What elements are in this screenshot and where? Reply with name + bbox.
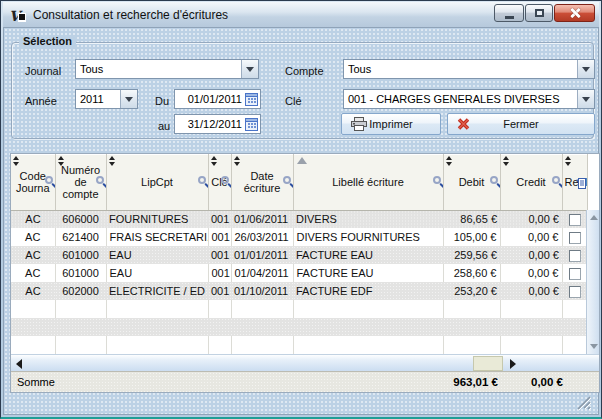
cell-libelle[interactable]: FACTURE EAU bbox=[293, 264, 443, 282]
cell-code[interactable]: AC bbox=[11, 210, 55, 228]
cell-compte[interactable]: 601000 bbox=[55, 264, 106, 282]
cell-libelle[interactable]: FACTURE EAU bbox=[293, 246, 443, 264]
journal-select[interactable]: Tous bbox=[75, 59, 259, 79]
cell-cle[interactable]: 001 bbox=[208, 228, 231, 246]
cell-cle[interactable]: 001 bbox=[208, 282, 231, 300]
column-header-code-journal[interactable]: Code Journa bbox=[11, 154, 55, 210]
cell-lipcpt[interactable]: EAU bbox=[106, 264, 208, 282]
column-header-libelle-ecriture[interactable]: Libellé écriture bbox=[293, 154, 443, 210]
scrollbar-thumb[interactable] bbox=[473, 356, 503, 371]
cell-cle[interactable]: 001 bbox=[208, 246, 231, 264]
search-icon[interactable] bbox=[552, 176, 560, 184]
close-button[interactable] bbox=[554, 4, 595, 22]
search-icon[interactable] bbox=[45, 176, 53, 184]
calendar-icon[interactable] bbox=[245, 92, 258, 106]
resize-grip[interactable] bbox=[575, 395, 592, 410]
cell-cle[interactable]: 001 bbox=[208, 210, 231, 228]
cell-libelle[interactable]: DIVERS bbox=[293, 210, 443, 228]
vertical-scrollbar[interactable] bbox=[586, 210, 599, 354]
calendar-icon[interactable] bbox=[245, 117, 258, 131]
table-row[interactable]: AC 621400 FRAIS SECRETARI. 001 26/03/201… bbox=[11, 228, 587, 246]
cell-credit[interactable]: 0,00 € bbox=[500, 282, 562, 300]
annee-select[interactable]: 2011 bbox=[75, 89, 138, 109]
cell-date[interactable]: 01/01/2011 bbox=[231, 246, 293, 264]
column-header-date-ecriture[interactable]: Date écriture bbox=[231, 154, 293, 210]
chevron-down-icon[interactable] bbox=[120, 90, 137, 108]
column-header-lipcpt[interactable]: LipCpt bbox=[106, 154, 208, 210]
cell-cle[interactable]: 001 bbox=[208, 264, 231, 282]
column-header-debit[interactable]: Debit bbox=[443, 154, 500, 210]
cell-code[interactable]: AC bbox=[11, 228, 55, 246]
cell-debit[interactable]: 259,56 € bbox=[443, 246, 500, 264]
chevron-down-icon[interactable] bbox=[577, 90, 594, 108]
au-label: au bbox=[158, 120, 170, 132]
cell-credit[interactable]: 0,00 € bbox=[500, 228, 562, 246]
title-bar[interactable]: V Consultation et recherche d'écritures bbox=[3, 2, 599, 27]
cell-debit[interactable]: 105,00 € bbox=[443, 228, 500, 246]
scroll-right-button[interactable] bbox=[505, 355, 521, 372]
cell-compte[interactable]: 621400 bbox=[55, 228, 106, 246]
cell-regl[interactable] bbox=[562, 246, 587, 264]
cell-lipcpt[interactable]: ELECTRICITE / ED bbox=[106, 282, 208, 300]
cell-credit[interactable]: 0,00 € bbox=[500, 246, 562, 264]
cell-regl[interactable] bbox=[562, 264, 587, 282]
table-row[interactable]: AC 602000 ELECTRICITE / ED 001 01/10/201… bbox=[11, 282, 587, 300]
cell-date[interactable]: 01/04/2011 bbox=[231, 264, 293, 282]
du-date-input[interactable]: 01/01/2011 bbox=[174, 89, 261, 109]
chevron-down-icon[interactable] bbox=[241, 60, 258, 78]
regl-checkbox[interactable] bbox=[569, 214, 581, 226]
regl-checkbox[interactable] bbox=[569, 286, 581, 298]
cle-select[interactable]: 001 - CHARGES GENERALES DIVERSES bbox=[343, 89, 595, 109]
cell-code[interactable]: AC bbox=[11, 246, 55, 264]
column-header-cle[interactable]: Clé bbox=[208, 154, 231, 210]
cell-compte[interactable]: 601000 bbox=[55, 246, 106, 264]
search-icon[interactable] bbox=[490, 176, 498, 184]
column-header-regl[interactable]: Regl bbox=[562, 154, 587, 210]
imprimer-button[interactable]: Imprimer bbox=[341, 113, 441, 135]
cell-debit[interactable]: 253,20 € bbox=[443, 282, 500, 300]
search-icon[interactable] bbox=[96, 176, 104, 184]
cell-libelle[interactable]: FACTURE EDF bbox=[293, 282, 443, 300]
cell-regl[interactable] bbox=[562, 210, 587, 228]
cell-debit[interactable]: 86,65 € bbox=[443, 210, 500, 228]
column-header-credit[interactable]: Credit bbox=[500, 154, 562, 210]
cell-compte[interactable]: 602000 bbox=[55, 282, 106, 300]
cell-code[interactable]: AC bbox=[11, 282, 55, 300]
horizontal-scrollbar[interactable] bbox=[11, 354, 599, 371]
scroll-left-button[interactable] bbox=[11, 355, 27, 372]
table-row[interactable]: AC 601000 EAU 001 01/01/2011 FACTURE EAU… bbox=[11, 246, 587, 264]
cell-compte[interactable]: 606000 bbox=[55, 210, 106, 228]
search-icon[interactable] bbox=[433, 176, 441, 184]
search-icon[interactable] bbox=[221, 176, 229, 184]
cell-credit[interactable]: 0,00 € bbox=[500, 264, 562, 282]
cell-regl[interactable] bbox=[562, 228, 587, 246]
cell-libelle[interactable]: DIVERS FOURNITURES bbox=[293, 228, 443, 246]
search-icon[interactable] bbox=[283, 176, 291, 184]
chevron-down-icon[interactable] bbox=[577, 60, 594, 78]
compte-select[interactable]: Tous bbox=[343, 59, 595, 79]
cell-lipcpt[interactable]: FRAIS SECRETARI. bbox=[106, 228, 208, 246]
column-header-numero-compte[interactable]: Numéro de compte bbox=[55, 154, 106, 210]
scroll-up-button[interactable] bbox=[587, 210, 600, 225]
fermer-button[interactable]: Fermer bbox=[447, 113, 595, 135]
table-row[interactable]: AC 601000 EAU 001 01/04/2011 FACTURE EAU… bbox=[11, 264, 587, 282]
au-date-input[interactable]: 31/12/2011 bbox=[174, 114, 261, 134]
cell-lipcpt[interactable]: EAU bbox=[106, 246, 208, 264]
cell-lipcpt[interactable]: FOURNITURES bbox=[106, 210, 208, 228]
cell-date[interactable]: 01/06/2011 bbox=[231, 210, 293, 228]
maximize-button[interactable] bbox=[525, 4, 553, 22]
cell-debit[interactable]: 258,60 € bbox=[443, 264, 500, 282]
regl-checkbox[interactable] bbox=[569, 250, 581, 262]
column-label: Libellé écriture bbox=[332, 176, 404, 188]
cell-credit[interactable]: 0,00 € bbox=[500, 210, 562, 228]
cell-date[interactable]: 01/10/2011 bbox=[231, 282, 293, 300]
minimize-button[interactable] bbox=[494, 4, 524, 22]
regl-checkbox[interactable] bbox=[569, 232, 581, 244]
table-row[interactable]: AC 606000 FOURNITURES 001 01/06/2011 DIV… bbox=[11, 210, 587, 228]
search-icon[interactable] bbox=[198, 176, 206, 184]
regl-checkbox[interactable] bbox=[569, 268, 581, 280]
cell-regl[interactable] bbox=[562, 282, 587, 300]
scroll-down-button[interactable] bbox=[587, 339, 600, 354]
cell-code[interactable]: AC bbox=[11, 264, 55, 282]
cell-date[interactable]: 26/03/2011 bbox=[231, 228, 293, 246]
